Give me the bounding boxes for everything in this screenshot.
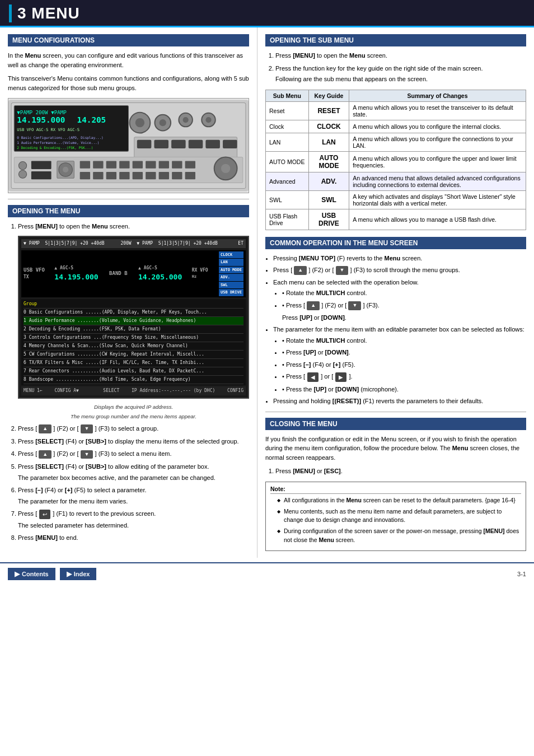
submenu-lan: LAN <box>266 133 309 151</box>
svg-point-13 <box>160 119 166 126</box>
svg-rect-39 <box>159 161 169 169</box>
step-2: Press [ ▲ ] (F2) or [ ▼ ] (F3) to select… <box>18 424 249 433</box>
svg-rect-46 <box>133 172 143 179</box>
sub-bullet-updown: Press [UP] or [DOWN]. <box>274 313 526 323</box>
keyguide-reset: RESET <box>308 101 349 120</box>
col-header-keyguide: Key Guide <box>308 90 349 101</box>
col-header-submenu: Sub Menu <box>266 90 309 101</box>
svg-point-11 <box>135 118 144 127</box>
step-4: Press [ ▲ ] (F2) or [ ▼ ] (F3) to select… <box>18 449 249 459</box>
svg-rect-44 <box>106 172 116 179</box>
svg-rect-29 <box>31 171 51 179</box>
svg-rect-28 <box>31 161 51 169</box>
closing-menu-para: If you finish the configuration or edit … <box>265 435 526 463</box>
sub-param-rotate: • Rotate the MULTI/CH control. <box>282 336 526 346</box>
svg-text:1 Audio Performance...(Volume,: 1 Audio Performance...(Volume, Voice...) <box>17 141 99 144</box>
table-row: SWL SWL A key which activates and displa… <box>266 190 526 209</box>
menu-screenshot: ▼ PAMP S|1|3|5|7|9| +20 +40dB 200W ▼ PAM… <box>18 236 249 399</box>
note-box: Note: All configurations in the Menu scr… <box>265 482 526 551</box>
sub-bullet-press-arrows: • Press [ ▲ ] (F2) or [ ▼ ] (F3). <box>282 301 526 310</box>
step-7: Press [ ↩ ] (F1) to revert to the previo… <box>18 509 249 530</box>
summary-lan: A menu which allows you to configure the… <box>349 133 526 151</box>
closing-menu-steps: Press [MENU] or [ESC]. <box>265 466 526 476</box>
svg-rect-36 <box>119 161 129 169</box>
bullet-reset: Pressing and holding [(RESET)] (F1) reve… <box>273 396 526 406</box>
index-button[interactable]: ▶ Index <box>60 568 97 580</box>
svg-rect-42 <box>80 172 90 179</box>
table-row: Reset RESET A menu which allows you to r… <box>266 101 526 120</box>
table-row: AUTO MODE AUTO MODE A menu which allows … <box>266 151 526 172</box>
note-item-3: During configuration of the screen saver… <box>278 527 521 545</box>
closing-menu-title: CLOSING THE MENU <box>265 418 526 430</box>
bullet-scroll: Press [ ▲ ] (F2) or [ ▼ ] (F3) to scroll… <box>273 265 526 275</box>
svg-rect-34 <box>93 161 103 169</box>
svg-text:2 Decoding & Encoding...(FSK, : 2 Decoding & Encoding...(FSK, PSK...) <box>17 146 93 150</box>
opening-sub-menu-title: OPENING THE SUB MENU <box>265 34 526 46</box>
right-column: OPENING THE SUB MENU Press [MENU] to ope… <box>257 27 534 558</box>
menu-config-para1: In the Menu screen, you can configure an… <box>8 51 249 69</box>
svg-rect-22 <box>189 140 203 148</box>
svg-point-27 <box>18 170 26 178</box>
svg-rect-21 <box>171 140 186 148</box>
table-row: USB Flash Drive USB DRIVE A menu which a… <box>266 209 526 230</box>
sub-menu-steps: Press [MENU] to open the Menu screen. Pr… <box>265 51 526 84</box>
keyguide-advanced: ADV. <box>308 172 349 190</box>
submenu-usb-flash: USB Flash Drive <box>266 209 309 230</box>
note-item-1: All configurations in the Menu screen ca… <box>278 496 521 505</box>
keyguide-clock: CLOCK <box>308 120 349 133</box>
main-content: MENU CONFIGURATIONS In the Menu screen, … <box>0 27 534 558</box>
svg-rect-43 <box>93 172 103 179</box>
sub-param-arrows: • Press [ ◀ ] or [ ▶ ]. <box>282 372 526 382</box>
step-3: Press [SELECT] (F4) or [SUB>] to display… <box>18 437 249 446</box>
common-operation-title: COMMON OPERATION IN THE MENU SCREEN <box>265 237 526 249</box>
sub-step-1: Press [MENU] to open the Menu screen. <box>275 51 526 60</box>
device-image: ▼PAMP 200W ▼PAMP 14.195.000 14.205 USB V… <box>8 98 249 193</box>
svg-rect-47 <box>146 172 156 179</box>
contents-button[interactable]: ▶ Contents <box>8 568 55 580</box>
page-header: 3 MENU <box>0 0 534 27</box>
table-row-advanced: Advanced ADV. An advanced menu that allo… <box>266 172 526 190</box>
keyguide-auto-mode: AUTO MODE <box>308 151 349 172</box>
bullet-param: The parameter for the menu item with an … <box>273 325 526 394</box>
screenshot-bottom-bar: MENU 1← CONFIG A▼ SELECT IP Address:---.… <box>21 386 246 395</box>
step-6: Press [–] (F4) or [+] (F5) to select a p… <box>18 486 249 506</box>
note-list: All configurations in the Menu screen ca… <box>270 496 521 545</box>
step-8: Press [MENU] to end. <box>18 533 249 543</box>
submenu-reset: Reset <box>266 101 309 120</box>
opening-menu-steps: Press [MENU] to open the Menu screen. ▼ … <box>8 222 249 543</box>
summary-usb-drive: A menu which allows you to manage a USB … <box>349 209 526 230</box>
col-header-summary: Summary of Changes <box>349 90 526 101</box>
menu-configurations-title: MENU CONFIGURATIONS <box>8 34 249 46</box>
keyguide-usb-drive: USB DRIVE <box>308 209 349 230</box>
svg-point-52 <box>221 164 230 173</box>
svg-rect-33 <box>80 161 90 169</box>
keyguide-lan: LAN <box>308 133 349 151</box>
summary-advanced: An advanced menu that allows detailed ad… <box>349 172 526 190</box>
submenu-clock: Clock <box>266 120 309 133</box>
summary-swl: A key which activates and displays "Shor… <box>349 190 526 209</box>
param-sub-list: • Rotate the MULTI/CH control. • Press [… <box>273 336 526 394</box>
svg-rect-19 <box>137 140 152 148</box>
svg-point-17 <box>205 117 211 123</box>
summary-auto-mode: A menu which allows you to configure the… <box>349 151 526 172</box>
svg-text:▼PAMP  200W  ▼PAMP: ▼PAMP 200W ▼PAMP <box>17 109 67 115</box>
section-common-operation: COMMON OPERATION IN THE MENU SCREEN Pres… <box>265 237 526 406</box>
summary-clock: A menu which allows you to configure the… <box>349 120 526 133</box>
section-divider-2 <box>265 412 526 412</box>
svg-rect-24 <box>223 140 237 148</box>
screenshot-menu-list: Group 0 Basic Configurations ......(APD,… <box>21 299 246 385</box>
sub-param-updown: • Press [UP] or [DOWN]. <box>282 348 526 357</box>
page-number: 3-1 <box>517 571 526 577</box>
svg-text:0 Basic Configurations...(APD,: 0 Basic Configurations...(APD, Display..… <box>17 136 103 140</box>
chapter-title: 3 MENU <box>9 4 80 22</box>
svg-point-15 <box>183 117 189 123</box>
screenshot-freq: USB VFO TX ▲ AGC-S 14.195.000 BAND B ▲ A… <box>21 250 246 297</box>
opening-menu-title: OPENING THE MENU <box>8 205 249 217</box>
svg-rect-50 <box>185 172 195 179</box>
svg-point-26 <box>18 162 26 170</box>
left-column: MENU CONFIGURATIONS In the Menu screen, … <box>0 27 257 558</box>
sub-bullet-rotate: • Rotate the MULTI/CH control. <box>282 288 526 298</box>
sub-param-minus-plus: • Press [–] (F4) or [+] (F5). <box>282 360 526 370</box>
index-icon: ▶ <box>67 570 72 578</box>
section-menu-configurations: MENU CONFIGURATIONS In the Menu screen, … <box>8 34 249 193</box>
